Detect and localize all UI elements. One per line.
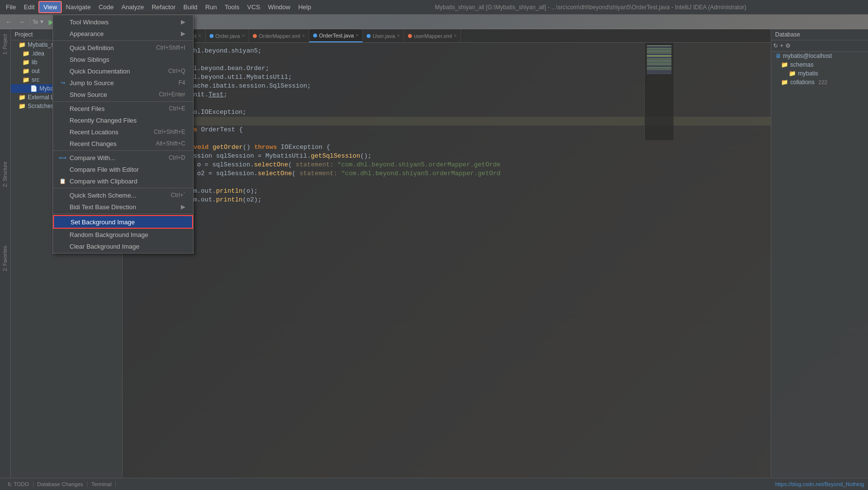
tab-dot-ordertest <box>313 34 317 37</box>
menu-item-quick-definition[interactable]: Quick Definition Ctrl+Shift+I <box>53 42 193 54</box>
tab-label-user: User.java <box>372 33 395 39</box>
appearance-icon <box>59 30 67 37</box>
db-folder-icon: 📁 <box>789 70 796 77</box>
quick-definition-shortcut: Ctrl+Shift+I <box>156 44 185 51</box>
menu-item-tool-windows[interactable]: Tool Windows ▶ <box>53 16 193 28</box>
compare-with-shortcut: Ctrl+D <box>169 154 185 161</box>
menu-help[interactable]: Help <box>294 2 315 12</box>
menu-run[interactable]: Run <box>201 2 221 12</box>
menu-edit[interactable]: Edit <box>20 2 38 12</box>
mini-line <box>647 73 672 74</box>
tab-close-usermapper[interactable]: × <box>454 33 457 38</box>
menu-build[interactable]: Build <box>179 2 201 12</box>
menu-item-quick-doc-left: Quick Documentation <box>59 67 130 75</box>
statusbar-todo[interactable]: 6: TODO <box>4 481 34 487</box>
quick-switch-icon <box>59 191 67 199</box>
tree-item-label: src <box>32 76 39 83</box>
menu-item-quick-definition-label: Quick Definition <box>70 44 114 52</box>
tab-close-ordertest[interactable]: × <box>356 33 359 38</box>
code-line-13: 13 SqlSession sqlSession = MybatisUtil.g… <box>123 152 771 161</box>
statusbar-url: https://blog.csdn.net/Beyond_Nothing <box>775 481 864 487</box>
db-item-label: collations <box>790 79 815 86</box>
menu-code[interactable]: Code <box>95 2 118 12</box>
statusbar-db-changes[interactable]: Database Changes <box>34 481 88 487</box>
structure-strip-label[interactable]: Z: Structure <box>2 162 8 187</box>
menu-item-jump-to-source[interactable]: ↪ Jump to Source F4 <box>53 77 193 89</box>
db-settings-icon[interactable]: ⚙ <box>785 42 791 49</box>
menu-item-compare-file-editor[interactable]: Compare File with Editor <box>53 163 193 175</box>
tab-ordertest-java[interactable]: OrderTest.java × <box>309 29 363 42</box>
left-strip: 1: Project Z: Structure 2: Favorites <box>0 29 11 478</box>
file-icon: 📄 <box>30 85 37 92</box>
menu-item-quick-definition-left: Quick Definition <box>59 44 114 52</box>
menu-window[interactable]: Window <box>264 2 294 12</box>
tab-close-ordermapper[interactable]: × <box>302 33 305 38</box>
menu-item-recently-changed[interactable]: Recently Changed Files <box>53 114 193 126</box>
menu-item-compare-clipboard-left: 📋 Compare with Clipboard <box>59 177 137 185</box>
minimap <box>644 43 673 140</box>
compare-clipboard-icon: 📋 <box>59 177 67 185</box>
menu-item-quick-switch[interactable]: Quick Switch Scheme... Ctrl+` <box>53 189 193 201</box>
menu-view[interactable]: View <box>38 1 62 13</box>
menu-item-recent-locations[interactable]: Recent Locations Ctrl+Shift+E <box>53 126 193 138</box>
statusbar-terminal[interactable]: Terminal <box>88 481 116 487</box>
menu-sep-1 <box>53 40 193 41</box>
db-tree-schemas[interactable]: 📁 schemas <box>771 60 868 69</box>
menu-item-compare-with[interactable]: ⟺ Compare With... Ctrl+D <box>53 152 193 163</box>
menu-item-bidi-text[interactable]: Bidi Text Base Direction ▶ <box>53 201 193 213</box>
menu-item-set-bg-image[interactable]: Set Background Image <box>53 215 193 229</box>
mini-line <box>647 72 672 73</box>
tab-close-user[interactable]: × <box>397 33 400 38</box>
db-tree-mybatis[interactable]: 📁 mybatis <box>771 69 868 78</box>
menu-item-appearance[interactable]: Appearance ▶ <box>53 28 193 39</box>
clear-bg-icon <box>59 242 67 250</box>
tab-dot-order <box>210 34 213 38</box>
tab-label-usermapper: userMapper.xml <box>414 33 452 39</box>
tab-close-order[interactable]: × <box>242 33 245 38</box>
menu-vcs[interactable]: VCS <box>243 2 264 12</box>
menu-item-recent-changes[interactable]: Recent Changes Alt+Shift+C <box>53 138 193 149</box>
db-tree-mybatis-localhost[interactable]: 🖥 mybatis@localhost <box>771 52 868 60</box>
mini-line <box>647 51 672 52</box>
menu-item-recent-files[interactable]: Recent Files Ctrl+E <box>53 103 193 114</box>
menu-item-quick-doc[interactable]: Quick Documentation Ctrl+Q <box>53 65 193 77</box>
menu-file[interactable]: File <box>2 2 20 12</box>
db-refresh-icon[interactable]: ↻ <box>773 42 778 49</box>
menu-item-random-bg[interactable]: Random Background Image <box>53 229 193 240</box>
menu-sep-2 <box>53 101 193 102</box>
tab-label-order: Order.java <box>215 33 240 39</box>
menu-item-jump-to-source-left: ↪ Jump to Source <box>59 79 114 87</box>
menu-item-show-siblings[interactable]: Show Siblings <box>53 54 193 65</box>
tab-close-log4j[interactable]: × <box>198 33 201 38</box>
menu-item-clear-bg[interactable]: Clear Background Image <box>53 240 193 252</box>
mini-line <box>647 66 672 67</box>
tab-ordermapper-xml[interactable]: OrderMapper.xml × <box>249 29 309 42</box>
tab-usermapper-xml[interactable]: userMapper.xml × <box>404 29 461 42</box>
code-line-8: 8 import java.io.IOException; <box>123 108 771 117</box>
tab-order-java[interactable]: Order.java × <box>206 29 249 42</box>
menu-item-recent-locations-label: Recent Locations <box>70 128 118 136</box>
code-line-11: 11 @Test <box>123 134 771 143</box>
compare-file-editor-icon <box>59 165 67 173</box>
project-strip-label[interactable]: 1: Project <box>2 34 8 54</box>
code-line-3: 3 import com.dhl.beyond.bean.Order; <box>123 64 771 73</box>
favorites-strip-label[interactable]: 2: Favorites <box>2 246 8 271</box>
db-tree-collations[interactable]: 📁 collations 222 <box>771 78 868 87</box>
menu-analyze[interactable]: Analyze <box>118 2 148 12</box>
mini-line <box>647 58 672 59</box>
db-add-icon[interactable]: + <box>780 42 783 49</box>
show-source-icon <box>59 91 67 98</box>
mini-line <box>647 64 672 65</box>
code-editor[interactable]: 1 package com.dhl.beyond.shiyan5; 2 3 im… <box>123 43 771 478</box>
menu-item-compare-clipboard[interactable]: 📋 Compare with Clipboard <box>53 175 193 187</box>
tab-user-java[interactable]: User.java × <box>363 29 404 42</box>
folder-icon: 📁 <box>22 68 30 74</box>
appearance-arrow-icon: ▶ <box>181 30 185 37</box>
menu-tools[interactable]: Tools <box>221 2 243 12</box>
menu-item-show-source[interactable]: Show Source Ctrl+Enter <box>53 89 193 100</box>
code-line-16: 16 <box>123 178 771 187</box>
menu-navigate[interactable]: Navigate <box>62 2 94 12</box>
menu-sep-4 <box>53 188 193 188</box>
mini-line <box>647 61 672 62</box>
menu-refactor[interactable]: Refactor <box>148 2 179 12</box>
